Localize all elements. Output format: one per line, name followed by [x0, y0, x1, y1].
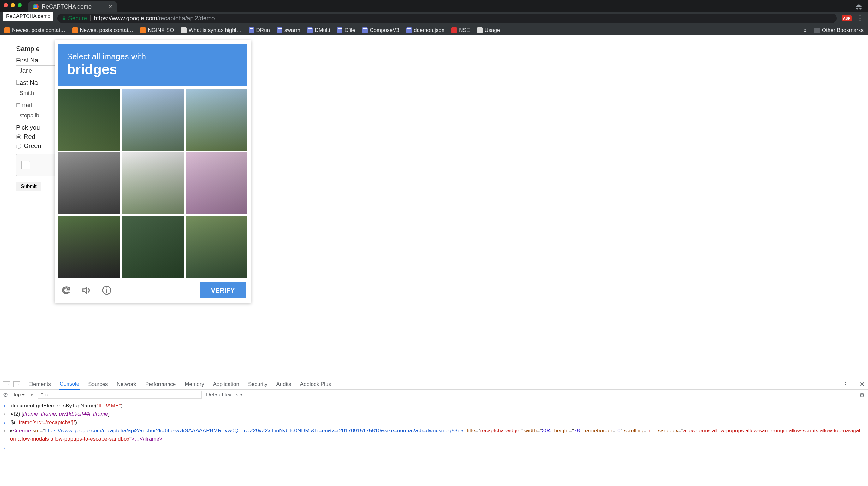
secure-label: Secure — [68, 15, 87, 22]
submit-button[interactable]: Submit — [16, 182, 41, 191]
svg-point-2 — [106, 288, 107, 289]
nav-toolbar: ← → ⟳ ⌂ Secure https://www.google.com/re… — [0, 12, 868, 25]
recaptcha-tile[interactable] — [58, 216, 120, 278]
devtools-tab-adblock[interactable]: Adblock Plus — [300, 379, 332, 389]
recaptcha-audio-icon[interactable] — [80, 284, 93, 297]
devtools-tab-memory[interactable]: Memory — [184, 379, 205, 389]
tab-tooltip: ReCAPTCHA demo — [3, 12, 53, 21]
devtools-pickers[interactable]: ▭▭ — [3, 381, 20, 387]
bookmark-item[interactable]: daemon.json — [406, 27, 444, 33]
stackoverflow-icon — [72, 28, 78, 33]
recaptcha-tile[interactable] — [186, 89, 247, 151]
bookmark-item[interactable]: What is syntax highl… — [181, 27, 242, 33]
bookmark-item[interactable]: Newest posts contai… — [72, 27, 133, 33]
recaptcha-tile[interactable] — [58, 89, 120, 151]
recaptcha-info-icon[interactable] — [100, 284, 113, 297]
devtools-tab-audits[interactable]: Audits — [276, 379, 292, 389]
console-toolbar: ⊘ top ▾ Default levels ▾ ⚙ — [0, 390, 868, 400]
bookmark-item[interactable]: swarm — [277, 27, 300, 33]
recaptcha-verify-button[interactable]: VERIFY — [200, 283, 246, 298]
recaptcha-header: Select all images with bridges — [58, 43, 247, 86]
nse-icon — [452, 28, 457, 33]
recaptcha-tile[interactable] — [186, 153, 247, 214]
device-toggle-icon[interactable]: ▭ — [13, 381, 20, 387]
console-settings-icon[interactable]: ⚙ — [859, 391, 865, 398]
docker-icon — [307, 28, 313, 33]
devtools-panel: ▭▭ Elements Console Sources Network Perf… — [0, 379, 868, 486]
page-content: Sample First Na Last Na Email Pick you R… — [0, 35, 868, 383]
devtools-tab-console[interactable]: Console — [59, 379, 80, 390]
bookmark-item[interactable]: DMulti — [307, 27, 330, 33]
bookmark-item[interactable]: NSE — [452, 27, 470, 33]
browser-chrome: ReCAPTCHA demo ✕ ReCAPTCHA demo ← → ⟳ ⌂ … — [0, 0, 868, 35]
bookmark-item[interactable]: Dfile — [337, 27, 355, 33]
recaptcha-reload-icon[interactable] — [60, 284, 72, 297]
radio-icon[interactable] — [16, 143, 21, 149]
url-text: https://www.google.com/recaptcha/api2/de… — [94, 15, 215, 22]
console-output[interactable]: ›document.getElementsByTagName("IFRAME")… — [0, 400, 868, 486]
recaptcha-tile[interactable] — [186, 216, 247, 278]
bookmarks-overflow[interactable]: » — [804, 27, 806, 33]
recaptcha-tile[interactable] — [122, 153, 184, 214]
recaptcha-tile[interactable] — [58, 153, 120, 214]
recaptcha-image-grid — [58, 89, 247, 278]
devtools-tab-security[interactable]: Security — [247, 379, 268, 389]
devtools-more-icon[interactable]: ⋮ — [842, 381, 849, 388]
browser-menu-icon[interactable]: ⋮ — [857, 14, 864, 23]
docker-icon — [277, 28, 282, 33]
bookmark-item[interactable]: Usage — [477, 27, 500, 33]
stackoverflow-icon — [140, 28, 146, 33]
recaptcha-instruction: Select all images with — [67, 52, 239, 62]
tab-title: ReCAPTCHA demo — [42, 3, 92, 10]
devtools-tab-performance[interactable]: Performance — [145, 379, 177, 389]
window-controls[interactable] — [4, 3, 22, 7]
folder-icon — [814, 28, 820, 33]
recaptcha-target: bridges — [67, 62, 239, 77]
tab-favicon — [33, 4, 38, 9]
execution-context-select[interactable]: top — [12, 392, 26, 398]
minimize-window-icon[interactable] — [11, 3, 15, 7]
divider — [90, 15, 91, 21]
docker-icon — [362, 28, 368, 33]
page-icon — [181, 28, 187, 33]
element-picker-icon[interactable]: ▭ — [3, 381, 10, 387]
maximize-window-icon[interactable] — [18, 3, 22, 7]
bookmark-item[interactable]: ComposeV3 — [362, 27, 399, 33]
tab-close-icon[interactable]: ✕ — [108, 4, 112, 10]
address-bar[interactable]: Secure https://www.google.com/recaptcha/… — [57, 13, 837, 23]
docker-icon — [406, 28, 412, 33]
recaptcha-tile[interactable] — [122, 89, 184, 151]
stackoverflow-icon — [4, 28, 10, 33]
devtools-tab-network[interactable]: Network — [116, 379, 137, 389]
page-icon — [477, 28, 483, 33]
docker-icon — [249, 28, 254, 33]
devtools-tab-application[interactable]: Application — [212, 379, 240, 389]
bookmark-item[interactable]: NGINX SO — [140, 27, 174, 33]
docker-icon — [337, 28, 342, 33]
bookmarks-bar: Newest posts contai… Newest posts contai… — [0, 25, 868, 35]
recaptcha-footer: VERIFY — [58, 278, 247, 299]
recaptcha-tile[interactable] — [122, 216, 184, 278]
devtools-tab-sources[interactable]: Sources — [87, 379, 108, 389]
secure-indicator[interactable]: Secure — [62, 15, 87, 22]
radio-icon[interactable] — [16, 134, 21, 139]
close-window-icon[interactable] — [4, 3, 8, 7]
browser-tab[interactable]: ReCAPTCHA demo ✕ ReCAPTCHA demo — [28, 1, 117, 12]
other-bookmarks[interactable]: Other Bookmarks — [814, 27, 864, 33]
console-filter-input[interactable] — [37, 391, 202, 398]
recaptcha-challenge: Select all images with bridges VERIF — [55, 40, 251, 303]
abp-extension-icon[interactable]: ABP — [842, 15, 851, 21]
incognito-icon — [855, 3, 863, 13]
devtools-tab-elements[interactable]: Elements — [28, 379, 52, 389]
log-levels-select[interactable]: Default levels ▾ — [206, 391, 243, 398]
bookmark-item[interactable]: DRun — [249, 27, 270, 33]
titlebar: ReCAPTCHA demo ✕ ReCAPTCHA demo — [0, 0, 868, 12]
clear-console-icon[interactable]: ⊘ — [3, 391, 8, 398]
recaptcha-checkbox[interactable] — [22, 161, 30, 169]
devtools-tabs: ▭▭ Elements Console Sources Network Perf… — [0, 379, 868, 390]
console-cursor — [11, 444, 11, 449]
lock-icon — [62, 16, 66, 21]
devtools-close-icon[interactable]: ✕ — [860, 381, 865, 388]
bookmark-item[interactable]: Newest posts contai… — [4, 27, 65, 33]
